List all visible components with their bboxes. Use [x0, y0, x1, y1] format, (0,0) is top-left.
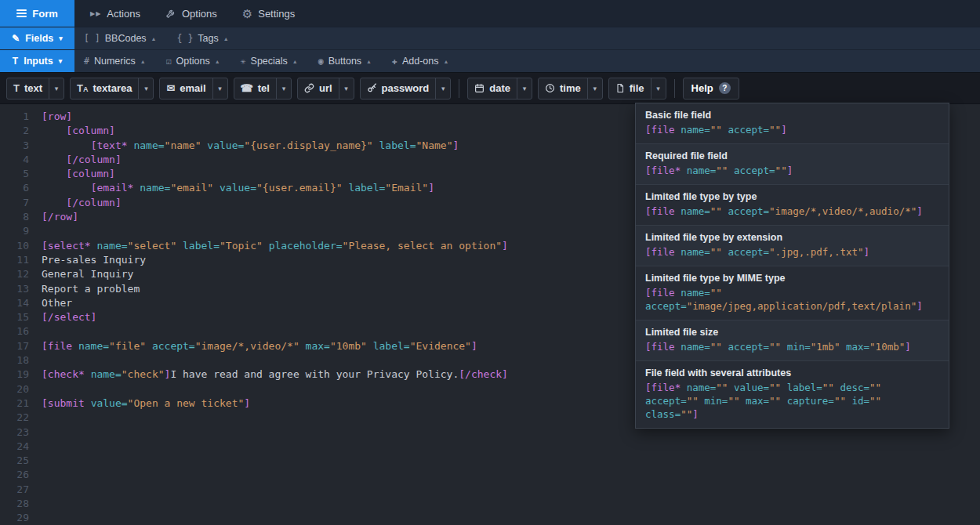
- code-line: [42, 497, 980, 511]
- code-line: [file* name="" accept=""]: [645, 164, 939, 177]
- form-menu-button[interactable]: Form: [0, 0, 74, 27]
- toolbar-file-dropdown[interactable]: ▾: [651, 78, 666, 99]
- line-number: 18: [0, 353, 29, 368]
- chevron-down-icon: ▾: [55, 85, 59, 92]
- line-number: 11: [0, 253, 29, 267]
- menu-item-buttons[interactable]: ◉Buttons▲: [318, 56, 372, 67]
- toolbar-file-button[interactable]: file: [609, 78, 651, 99]
- double-play-icon: ▶▶: [90, 10, 101, 17]
- line-number: 19: [0, 368, 29, 382]
- fields-dropdown-button[interactable]: ✎ Fields ▾: [0, 27, 74, 49]
- line-number: 9: [0, 224, 29, 238]
- toolbar-text-dropdown[interactable]: ▾: [49, 78, 64, 99]
- toolbar-divider: [459, 79, 459, 98]
- toolbar-textarea-button[interactable]: TAtextarea: [71, 78, 138, 99]
- help-section-file-field-with-several-attributes[interactable]: File field with several attributes[file*…: [636, 361, 949, 428]
- toolbar-password-label: password: [382, 82, 430, 94]
- help-section-limited-file-type-by-extension[interactable]: Limited file type by extension[file name…: [636, 226, 949, 266]
- line-number: 22: [0, 411, 29, 425]
- menu-item-specials[interactable]: ✳Specials▲: [241, 56, 298, 67]
- plus-icon: ✚: [392, 56, 397, 67]
- menu-item-label: BBCodes: [105, 33, 147, 44]
- toolbar-text-button[interactable]: Ttext: [7, 78, 49, 99]
- toolbar-date-dropdown[interactable]: ▾: [517, 78, 532, 99]
- help-button[interactable]: Help ?: [683, 78, 739, 100]
- toolbar-url-dropdown[interactable]: ▾: [339, 78, 354, 99]
- line-number: 15: [0, 310, 29, 324]
- menu-item-label: Numerics: [94, 56, 136, 67]
- line-number: 17: [0, 339, 29, 353]
- top-menubar: Form ▶▶ Actions Options ⚙ Settings: [0, 0, 980, 27]
- toolbar-password-dropdown[interactable]: ▾: [435, 78, 450, 99]
- help-section-limited-file-type-by-mime-type[interactable]: Limited file type by MIME type[file name…: [636, 266, 949, 320]
- inputs-dropdown-button[interactable]: T Inputs ▾: [0, 50, 74, 72]
- date-icon: [474, 83, 485, 93]
- toolbar-group-time: time▾: [538, 78, 603, 100]
- menu-item-bbcodes[interactable]: [ ]BBCodes▲: [84, 33, 157, 44]
- line-number: 3: [0, 139, 29, 153]
- file-icon: [615, 83, 625, 93]
- chevron-down-icon: ▾: [441, 85, 445, 92]
- toolbar-email-label: email: [180, 82, 205, 94]
- chevron-down-icon: ▾: [59, 35, 63, 42]
- collapse-up-icon: ▲: [444, 59, 449, 64]
- code-line: [file* name="" value="" label="" desc="": [645, 381, 939, 394]
- actions-menu-label: Actions: [107, 8, 140, 20]
- toolbar-text-label: text: [24, 82, 42, 94]
- toolbar-group-password: password▾: [360, 78, 452, 100]
- fields-strip-items: [ ]BBCodes▲{ }Tags▲: [84, 27, 229, 49]
- help-section-limited-file-type-by-type[interactable]: Limited file type by type[file name="" a…: [636, 185, 949, 226]
- line-number: 6: [0, 181, 29, 195]
- help-section-title: Limited file size: [645, 327, 939, 338]
- menu-item-tags[interactable]: { }Tags▲: [177, 33, 229, 44]
- line-number: 21: [0, 396, 29, 411]
- time-icon: [545, 83, 555, 93]
- toolbar-password-button[interactable]: password: [361, 78, 436, 99]
- toolbar-url-button[interactable]: url: [298, 78, 339, 99]
- pencil-icon: ✎: [12, 34, 20, 43]
- line-number: 20: [0, 382, 29, 396]
- help-popup: Basic file field[file name="" accept=""]…: [635, 103, 949, 429]
- toolbar-time-dropdown[interactable]: ▾: [587, 78, 602, 99]
- tel-icon: ☎: [241, 83, 253, 93]
- toolbar-textarea-dropdown[interactable]: ▾: [138, 78, 153, 99]
- toolbar-time-button[interactable]: time: [539, 78, 587, 99]
- toolbar-date-button[interactable]: date: [468, 78, 517, 99]
- help-section-basic-file-field[interactable]: Basic file field[file name="" accept=""]: [636, 103, 949, 144]
- code-line: [42, 440, 980, 454]
- line-number: 28: [0, 497, 29, 511]
- menu-item-numerics[interactable]: #Numerics▲: [84, 56, 146, 67]
- settings-menu-label: Settings: [258, 8, 295, 20]
- text-icon: T: [13, 83, 20, 93]
- gear-icon: ⚙: [242, 8, 252, 20]
- toolbar-email-dropdown[interactable]: ▾: [212, 78, 227, 99]
- toolbar-email-button[interactable]: ✉email: [160, 78, 212, 99]
- hamburger-icon: [16, 13, 27, 14]
- toolbar-tel-button[interactable]: ☎tel: [234, 78, 276, 99]
- options-menu-item[interactable]: Options: [165, 8, 217, 20]
- help-button-label: Help: [691, 82, 713, 94]
- inputs-strip: T Inputs ▾ #Numerics▲☑Options▲✳Specials▲…: [0, 49, 980, 72]
- line-number: 4: [0, 153, 29, 167]
- code-line: accept="" min="" max="" capture="" id="": [645, 394, 939, 407]
- checkbox-icon: ☑: [166, 56, 172, 67]
- toolbar-date-label: date: [489, 82, 510, 94]
- radio-icon: ◉: [318, 56, 324, 67]
- line-number: 1: [0, 110, 29, 124]
- chevron-down-icon: ▾: [282, 85, 286, 92]
- toolbar-tel-dropdown[interactable]: ▾: [276, 78, 291, 99]
- code-line: [file name="" accept=".jpg,.pdf,.txt"]: [645, 245, 939, 259]
- chevron-down-icon: ▾: [656, 85, 660, 92]
- help-section-limited-file-size[interactable]: Limited file size[file name="" accept=""…: [636, 320, 949, 361]
- settings-menu-item[interactable]: ⚙ Settings: [242, 8, 295, 20]
- menu-item-options[interactable]: ☑Options▲: [166, 56, 220, 67]
- code-line: class=""]: [645, 407, 939, 421]
- asterisk-icon: ✳: [241, 56, 246, 67]
- code-line: [42, 468, 980, 482]
- help-section-required-file-field[interactable]: Required file field[file* name="" accept…: [636, 144, 949, 185]
- collapse-up-icon: ▲: [151, 36, 157, 42]
- actions-menu-item[interactable]: ▶▶ Actions: [90, 8, 140, 20]
- line-number: 29: [0, 511, 29, 525]
- textarea-icon: TA: [77, 83, 88, 93]
- menu-item-add-ons[interactable]: ✚Add-ons▲: [392, 56, 448, 67]
